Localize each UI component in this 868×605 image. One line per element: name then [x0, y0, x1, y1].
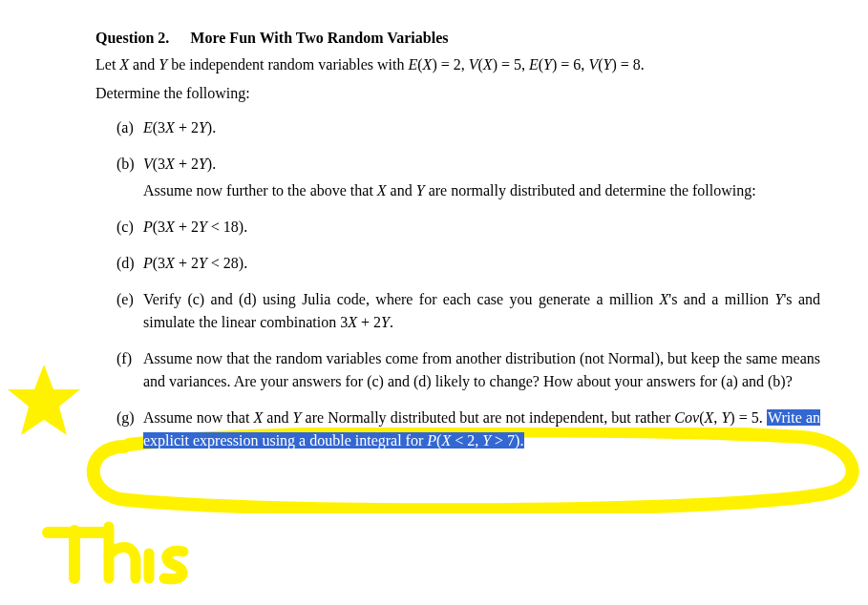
item-d-label: (d): [116, 252, 143, 275]
question-content: Question 2. More Fun With Two Random Var…: [0, 0, 868, 452]
question-title: More Fun With Two Random Variables: [190, 30, 448, 46]
item-g-label: (g): [116, 407, 143, 452]
question-header: Question 2. More Fun With Two Random Var…: [95, 27, 820, 50]
item-a-label: (a): [116, 116, 143, 139]
item-b-body: V(3X + 2Y). Assume now further to the ab…: [143, 153, 820, 202]
item-c-label: (c): [116, 216, 143, 239]
question-number: Question 2.: [95, 30, 169, 46]
annotation-handwriting-this: [40, 519, 212, 586]
item-d: (d) P(3X + 2Y < 28).: [116, 252, 820, 275]
item-f-label: (f): [116, 347, 143, 393]
item-g: (g) Assume now that X and Y are Normally…: [116, 407, 820, 452]
item-b-note: Assume now further to the above that X a…: [143, 179, 820, 202]
question-intro-line2: Determine the following:: [95, 82, 820, 105]
item-e-body: Verify (c) and (d) using Julia code, whe…: [143, 288, 820, 334]
item-g-highlighted-text: Write an explicit expression using a dou…: [143, 409, 820, 449]
items-list: (a) E(3X + 2Y). (b) V(3X + 2Y). Assume n…: [95, 116, 820, 452]
item-g-body: Assume now that X and Y are Normally dis…: [143, 407, 820, 452]
item-e-label: (e): [116, 288, 143, 334]
item-b: (b) V(3X + 2Y). Assume now further to th…: [116, 153, 820, 202]
item-b-label: (b): [116, 153, 143, 202]
item-c: (c) P(3X + 2Y < 18).: [116, 216, 820, 239]
item-e: (e) Verify (c) and (d) using Julia code,…: [116, 288, 820, 334]
item-d-body: P(3X + 2Y < 28).: [143, 252, 820, 275]
item-a: (a) E(3X + 2Y).: [116, 116, 820, 139]
item-f-body: Assume now that the random variables com…: [143, 347, 820, 393]
item-c-body: P(3X + 2Y < 18).: [143, 216, 820, 239]
question-intro-line1: Let X and Y be independent random variab…: [95, 53, 820, 76]
item-f: (f) Assume now that the random variables…: [116, 347, 820, 393]
item-a-body: E(3X + 2Y).: [143, 116, 820, 139]
